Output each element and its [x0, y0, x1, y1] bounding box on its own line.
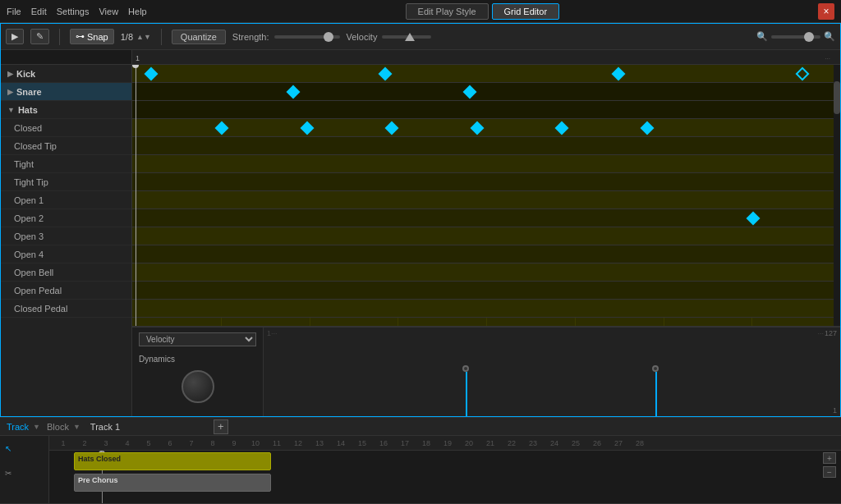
ruler-num-19: 19 — [437, 439, 458, 447]
vel-dot-2[interactable] — [652, 365, 659, 372]
vel-line-1[interactable] — [466, 372, 467, 416]
track-label-hats[interactable]: ▼ Hats — [1, 101, 131, 119]
track-label-tight-tip[interactable]: Tight Tip — [1, 173, 131, 191]
vel-dot-1[interactable] — [462, 365, 469, 372]
grid-row-open4[interactable] — [132, 245, 840, 263]
grid-scrollbar-thumb[interactable] — [834, 81, 840, 114]
ruler-num-5: 5 — [138, 439, 159, 447]
track-label-open-pedal[interactable]: Open Pedal — [1, 282, 131, 300]
note-closed-4[interactable] — [470, 121, 484, 135]
pencil-tool-button[interactable]: ✎ — [30, 29, 49, 44]
track-label-open2[interactable]: Open 2 — [1, 209, 131, 227]
menu-view[interactable]: View — [99, 7, 118, 16]
zoom-slider-track[interactable] — [771, 35, 820, 39]
toolbar-separator-1 — [59, 29, 60, 45]
editor-tabs: Edit Play Style Grid Editor — [406, 3, 560, 20]
note-kick-1[interactable] — [145, 67, 159, 81]
dynamics-knob[interactable] — [182, 370, 214, 403]
zoom-slider-thumb[interactable] — [804, 32, 814, 42]
track-label-tight[interactable]: Tight — [1, 155, 131, 173]
close-button[interactable]: × — [818, 3, 834, 20]
song-blocks-area[interactable]: Hats Closed Pre Chorus + − — [49, 451, 841, 503]
grid-row-closed-pedal[interactable] — [132, 300, 840, 318]
add-track-button[interactable]: + — [214, 419, 228, 434]
track-label-closed-tip[interactable]: Closed Tip — [1, 137, 131, 155]
ruler-num-28: 28 — [629, 439, 650, 447]
grid-row-closed[interactable] — [132, 119, 840, 137]
note-closed-6[interactable] — [640, 121, 654, 135]
editor-toolbar: ▶ ✎ ⊶ Snap 1/8 ▲▼ Quantize Strength: Vel… — [1, 24, 840, 50]
track-name-input[interactable] — [87, 422, 207, 432]
grid-scrollbar[interactable] — [834, 65, 840, 326]
velocity-slider-track[interactable] — [382, 35, 431, 39]
track-label-snare[interactable]: ▶ Snare — [1, 83, 131, 101]
note-snare-2[interactable] — [463, 85, 477, 99]
strength-slider-track[interactable] — [274, 35, 340, 39]
track-label-open-bell[interactable]: Open Bell — [1, 263, 131, 282]
track-label-closed[interactable]: Closed — [1, 119, 131, 137]
note-kick-2[interactable] — [378, 67, 392, 81]
song-ruler: 1 2 3 4 5 6 7 8 9 10 11 12 13 14 15 16 1 — [49, 436, 841, 451]
song-tab-track[interactable]: Track ▼ — [7, 422, 40, 432]
block-hats-closed[interactable]: Hats Closed — [74, 452, 271, 470]
note-closed-1[interactable] — [215, 121, 229, 135]
grid-row-open1[interactable] — [132, 191, 840, 209]
track-tab-arrow: ▼ — [33, 423, 40, 431]
note-closed-2[interactable] — [300, 121, 314, 135]
song-scissors-icon[interactable]: ✂ — [0, 460, 48, 485]
note-open2-1[interactable] — [746, 212, 760, 226]
grid-row-open3[interactable] — [132, 227, 840, 245]
note-closed-3[interactable] — [385, 121, 399, 135]
note-snare-1[interactable] — [286, 85, 300, 99]
song-track-list: ↖ ✂ — [0, 436, 49, 503]
strength-slider-thumb[interactable] — [324, 32, 333, 42]
song-timeline: 1 2 3 4 5 6 7 8 9 10 11 12 13 14 15 16 1 — [49, 436, 841, 503]
tight-tip-label: Tight Tip — [14, 177, 48, 187]
note-kick-4[interactable] — [796, 67, 810, 81]
zoom-in-song-button[interactable]: + — [823, 452, 836, 464]
velocity-canvas[interactable]: 127 1 1··· ··· — [264, 328, 840, 416]
dynamics-label: Dynamics — [139, 355, 256, 364]
menu-edit[interactable]: Edit — [31, 7, 47, 16]
ruler-num-8: 8 — [202, 439, 223, 447]
tab-edit-play-style[interactable]: Edit Play Style — [406, 3, 489, 20]
track-label-open1[interactable]: Open 1 — [1, 191, 131, 209]
velocity-select[interactable]: Velocity — [139, 332, 256, 346]
note-kick-3[interactable] — [612, 67, 626, 81]
vel-max-label: 127 — [825, 329, 837, 337]
grid-arrows[interactable]: ▲▼ — [136, 33, 151, 41]
grid-tracks[interactable] — [132, 65, 840, 326]
grid-row-open-pedal[interactable] — [132, 282, 840, 300]
vel-line-2[interactable] — [655, 372, 657, 416]
grid-row-open2[interactable] — [132, 209, 840, 227]
grid-row-kick[interactable] — [132, 65, 840, 83]
menu-help[interactable]: Help — [128, 7, 147, 16]
song-cursor-icon[interactable]: ↖ — [0, 436, 48, 460]
quantize-button[interactable]: Quantize — [172, 30, 226, 44]
track-label-kick[interactable]: ▶ Kick — [1, 65, 131, 83]
grid-row-snare[interactable] — [132, 83, 840, 101]
ruler-num-10: 10 — [245, 439, 266, 447]
grid-row-tight[interactable] — [132, 155, 840, 173]
expand-arrow-snare: ▶ — [7, 88, 13, 96]
tab-grid-editor[interactable]: Grid Editor — [492, 3, 560, 20]
menu-settings[interactable]: Settings — [57, 7, 90, 16]
zoom-in-icon[interactable]: 🔍 — [824, 31, 835, 42]
track-label-closed-pedal[interactable]: Closed Pedal — [1, 300, 131, 318]
snap-button[interactable]: ⊶ Snap — [70, 29, 114, 44]
grid-row-closed-tip[interactable] — [132, 137, 840, 155]
zoom-out-icon[interactable]: 🔍 — [756, 31, 768, 42]
track-label-open3[interactable]: Open 3 — [1, 227, 131, 245]
track-label-open4[interactable]: Open 4 — [1, 245, 131, 263]
grid-row-open-bell[interactable] — [132, 263, 840, 282]
note-closed-5[interactable] — [555, 121, 569, 135]
zoom-out-song-button[interactable]: − — [823, 466, 836, 478]
song-tab-block[interactable]: Block ▼ — [47, 422, 80, 432]
ruler-num-18: 18 — [416, 439, 437, 447]
block-pre-chorus[interactable]: Pre Chorus — [74, 474, 271, 492]
menu-file[interactable]: File — [7, 7, 21, 16]
cursor-tool-button[interactable]: ▶ — [6, 29, 24, 44]
open-pedal-label: Open Pedal — [14, 286, 62, 296]
velocity-slider-thumb[interactable] — [405, 33, 415, 41]
grid-row-tight-tip[interactable] — [132, 173, 840, 191]
